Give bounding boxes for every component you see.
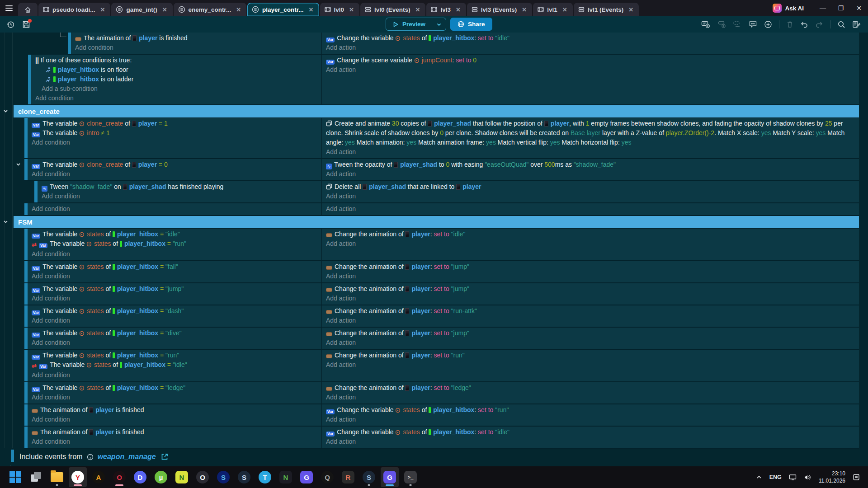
event-handle-bar[interactable]	[24, 328, 28, 349]
tray-expand-icon[interactable]	[756, 474, 762, 480]
obs-studio[interactable]: O	[193, 467, 212, 487]
fsm-fall[interactable]: VarThe variable states of player_hitbox …	[24, 261, 859, 283]
tab-close-icon[interactable]: ✕	[521, 6, 528, 13]
event-handle-bar[interactable]	[24, 382, 28, 404]
utorrent[interactable]: µ	[152, 467, 170, 487]
fsm-ledge[interactable]: VarThe variable states of player_hitbox …	[24, 382, 859, 404]
discord[interactable]: D	[131, 467, 149, 487]
event-handle-bar[interactable]	[28, 55, 31, 104]
edit-sheet-icon[interactable]	[852, 20, 861, 28]
add-action-link[interactable]: Add action	[326, 148, 356, 155]
add-a-sub-condition-link[interactable]: Add a sub-condition	[42, 85, 98, 92]
add-condition-link[interactable]: Add condition	[32, 170, 70, 178]
tab-lvl0-events[interactable]: lvl0 (Events)✕	[360, 3, 425, 16]
event-empty[interactable]: Add conditionAdd action	[24, 203, 859, 216]
tab-player-contr[interactable]: player_contr...✕	[247, 3, 319, 16]
add-action-link[interactable]: Add action	[326, 339, 356, 346]
neovim[interactable]: N	[277, 467, 295, 487]
tab-close-icon[interactable]: ✕	[627, 6, 634, 13]
notifications-icon[interactable]	[853, 474, 860, 481]
add-condition-link[interactable]: Add condition	[32, 250, 70, 258]
fsm-anim-finished-run[interactable]: The animation of player is finishedAdd c…	[24, 404, 859, 427]
add-action-link[interactable]: Add action	[326, 394, 356, 401]
minimize-button[interactable]: —	[814, 0, 832, 16]
event-handle-bar[interactable]	[24, 350, 28, 381]
add-condition-link[interactable]: Add condition	[32, 272, 70, 280]
add-condition-link[interactable]: Add condition	[32, 139, 70, 146]
close-button[interactable]: ✕	[850, 0, 868, 16]
fsm-anim-finished-idle[interactable]: The animation of player is finishedAdd c…	[24, 427, 859, 449]
antivirus-app[interactable]: A	[90, 467, 108, 487]
add-condition-link[interactable]: Add condition	[32, 295, 70, 302]
tab-home[interactable]	[18, 3, 38, 16]
chevron-down-icon[interactable]	[15, 161, 21, 167]
tab-close-icon[interactable]: ✕	[561, 6, 568, 13]
clock[interactable]: 23:10 11.01.2026	[819, 470, 845, 484]
history-icon[interactable]	[6, 20, 15, 29]
undo-icon[interactable]	[800, 21, 808, 28]
event-handle-bar[interactable]	[11, 450, 14, 462]
add-action-link[interactable]: Add action	[326, 66, 356, 73]
yandex-browser[interactable]: Y	[69, 467, 87, 487]
add-action-link[interactable]: Add action	[326, 317, 356, 324]
chevron-down-icon[interactable]	[3, 108, 9, 114]
event-anim-finished-set-idle[interactable]: The animation of player is finishedAdd c…	[68, 33, 859, 55]
add-condition-link[interactable]: Add condition	[32, 394, 70, 401]
tab-lvl1-events[interactable]: lvl1 (Events)✕	[574, 3, 639, 16]
add-condition-link[interactable]: Add condition	[32, 339, 70, 346]
add-action-link[interactable]: Add action	[326, 438, 356, 445]
add-condition-link[interactable]: Add condition	[32, 416, 70, 423]
add-condition-link[interactable]: Add condition	[42, 192, 80, 200]
steam-client[interactable]: S	[360, 467, 378, 487]
event-handle-bar[interactable]	[24, 305, 28, 327]
fsm-jump[interactable]: VarThe variable states of player_hitbox …	[24, 283, 859, 305]
tab-enemy-contr[interactable]: enemy_contr...✕	[174, 3, 246, 16]
add-action-link[interactable]: Add action	[326, 416, 356, 423]
telegram[interactable]: T	[256, 467, 274, 487]
shazam-app[interactable]: S	[214, 467, 232, 487]
event-handle-bar[interactable]	[34, 181, 38, 202]
add-action-link[interactable]: Add action	[326, 361, 356, 368]
opera-browser[interactable]: O	[110, 467, 128, 487]
group-clone-create[interactable]: clone_create	[14, 105, 859, 118]
add-condition-link[interactable]: Add condition	[32, 205, 70, 212]
task-view-button[interactable]	[27, 467, 45, 487]
add-comment-icon[interactable]	[749, 20, 757, 28]
include-link[interactable]: weapon_manage	[98, 453, 156, 461]
search-icon[interactable]	[837, 20, 845, 28]
add-action-link[interactable]: Add action	[326, 44, 356, 51]
event-handle-bar[interactable]	[24, 118, 28, 158]
tab-close-icon[interactable]: ✕	[161, 6, 168, 13]
fsm-idle[interactable]: VarThe variable states of player_hitbox …	[24, 229, 859, 261]
tab-close-icon[interactable]: ✕	[235, 6, 242, 13]
event-clone-create-1[interactable]: VarThe variable clone_create of player =…	[24, 118, 859, 159]
display-icon[interactable]	[789, 474, 797, 481]
event-tween-finished[interactable]: ∿Tween "shadow_fade" on player_shad has …	[34, 181, 859, 203]
delete-icon[interactable]	[786, 20, 793, 28]
add-action-link[interactable]: Add action	[326, 272, 356, 280]
add-action-link[interactable]: Add action	[326, 170, 356, 178]
group-fsm[interactable]: FSM	[14, 216, 859, 229]
davinci-resolve[interactable]: R	[339, 467, 357, 487]
ask-ai-button[interactable]: Ask AI	[773, 4, 804, 13]
event-handle-bar[interactable]	[24, 203, 28, 215]
preview-dropdown[interactable]	[432, 18, 446, 30]
add-condition-link[interactable]: Add condition	[32, 438, 70, 445]
tab-close-icon[interactable]: ✕	[308, 6, 315, 13]
event-handle-bar[interactable]	[24, 159, 28, 180]
add-action-link[interactable]: Add action	[326, 240, 356, 247]
add-subevent-icon[interactable]	[717, 20, 726, 28]
language-indicator[interactable]: ENG	[769, 474, 782, 480]
volume-icon[interactable]	[804, 474, 811, 481]
tab-close-icon[interactable]: ✕	[455, 6, 462, 13]
save-icon[interactable]	[22, 20, 30, 28]
tab-lvl3-events[interactable]: lvl3 (Events)✕	[467, 3, 532, 16]
tab-pseudo-loading[interactable]: pseudo loadi...✕	[38, 3, 110, 16]
tab-lvl1[interactable]: lvl1✕	[533, 3, 572, 16]
share-button[interactable]: Share	[450, 18, 492, 31]
add-event-icon[interactable]	[701, 20, 710, 28]
add-condition-link[interactable]: Add condition	[75, 44, 113, 51]
chevron-down-icon[interactable]	[3, 219, 9, 225]
gdevelop-running[interactable]: G	[381, 467, 399, 487]
tab-lvl0[interactable]: lvl0✕	[320, 3, 359, 16]
